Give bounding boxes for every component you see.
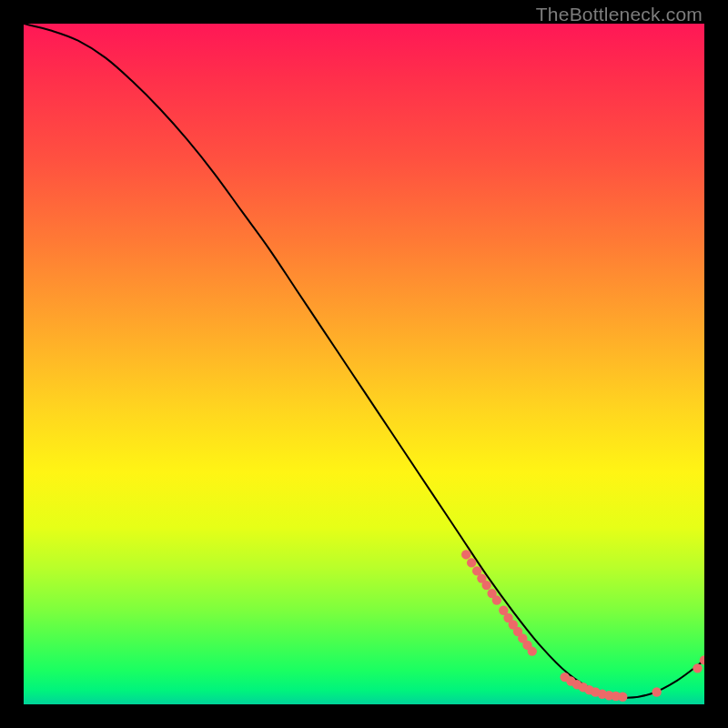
chart-stage: TheBottleneck.com — [0, 0, 728, 728]
data-point — [528, 646, 537, 655]
data-point — [492, 595, 501, 604]
data-point — [461, 550, 470, 559]
bottleneck-curve — [24, 24, 704, 698]
data-point — [618, 693, 627, 702]
data-point — [467, 558, 476, 567]
data-point — [693, 663, 702, 672]
data-point — [652, 687, 661, 696]
plot-area — [24, 24, 704, 704]
curve-layer — [24, 24, 704, 704]
data-point — [481, 581, 490, 590]
watermark-text: TheBottleneck.com — [536, 4, 703, 25]
